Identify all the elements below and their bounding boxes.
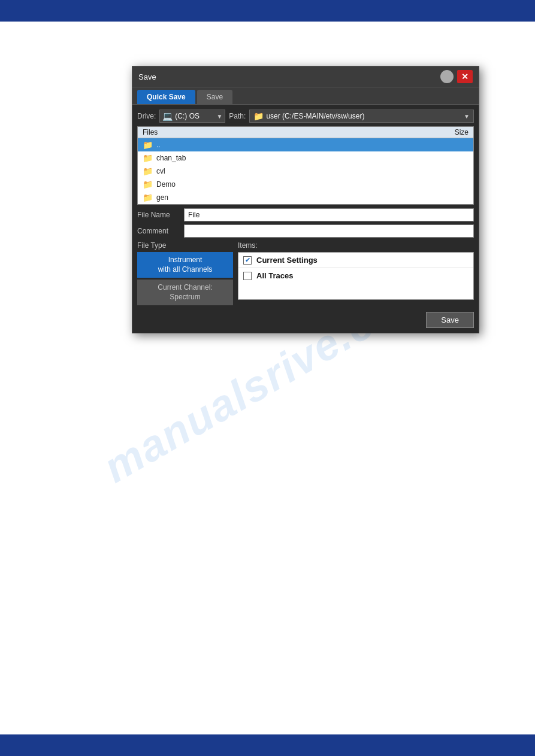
file-name: gen bbox=[156, 193, 168, 202]
path-value: user (C:/ES-MAIN/etv/sw/user) bbox=[266, 112, 364, 120]
comment-row: Comment bbox=[137, 224, 474, 238]
drive-arrow-icon: ▼ bbox=[216, 113, 222, 120]
file-name: chan_tab bbox=[156, 154, 186, 162]
file-name-input[interactable] bbox=[184, 208, 474, 221]
item-current-settings[interactable]: ✔ Current Settings bbox=[238, 253, 473, 268]
item-label-all-traces: All Traces bbox=[256, 271, 293, 280]
file-row[interactable]: 📁 Demo bbox=[138, 178, 473, 191]
titlebar-controls: ✕ bbox=[440, 70, 473, 83]
file-name: cvl bbox=[156, 167, 165, 175]
save-dialog: Save ✕ Quick Save Save Drive: 💻 (C:) OS … bbox=[132, 66, 479, 333]
ft-channel-spectrum-button[interactable]: Current Channel:Spectrum bbox=[137, 280, 233, 305]
dialog-title: Save bbox=[138, 72, 156, 81]
files-panel: Files Size 📁 .. 📁 chan_tab 📁 cvl 📁 bbox=[137, 126, 474, 205]
files-header-label: Files bbox=[143, 128, 158, 136]
folder-icon: 📁 bbox=[143, 180, 153, 189]
path-arrow-icon: ▼ bbox=[464, 113, 470, 120]
bottom-bar bbox=[0, 734, 535, 756]
close-button[interactable]: ✕ bbox=[457, 70, 473, 83]
item-label-current-settings: Current Settings bbox=[256, 256, 318, 265]
save-button[interactable]: Save bbox=[426, 312, 474, 328]
drive-label: Drive: bbox=[137, 112, 156, 120]
file-row[interactable]: 📁 .. bbox=[138, 138, 473, 151]
lower-section: File Type Instrumentwith all Channels Cu… bbox=[137, 241, 474, 307]
files-scroll[interactable]: 📁 .. 📁 chan_tab 📁 cvl 📁 Demo 📁 ge bbox=[138, 138, 473, 204]
file-name-row: File Name bbox=[137, 208, 474, 221]
items-panel: Items: ✔ Current Settings All Traces bbox=[238, 241, 474, 307]
folder-icon: 📁 bbox=[143, 153, 153, 163]
comment-input[interactable] bbox=[184, 224, 474, 238]
path-folder-icon: 📁 bbox=[253, 111, 264, 121]
file-type-label: File Type bbox=[137, 241, 233, 250]
drive-icon: 💻 bbox=[162, 111, 173, 121]
files-header: Files Size bbox=[138, 127, 473, 138]
file-name: .. bbox=[156, 141, 161, 149]
file-name-label: File Name bbox=[137, 211, 184, 219]
top-bar bbox=[0, 0, 535, 22]
checkbox-all-traces[interactable] bbox=[243, 272, 252, 280]
dialog-titlebar: Save ✕ bbox=[132, 66, 479, 87]
drive-path-row: Drive: 💻 (C:) OS ▼ Path: 📁 user (C:/ES-M… bbox=[137, 110, 474, 123]
tab-quick-save[interactable]: Quick Save bbox=[137, 90, 195, 104]
folder-icon: 📁 bbox=[143, 140, 153, 150]
items-label: Items: bbox=[238, 241, 474, 250]
file-name: Demo bbox=[156, 180, 176, 189]
file-type-panel: File Type Instrumentwith all Channels Cu… bbox=[137, 241, 233, 307]
path-display: 📁 user (C:/ES-MAIN/etv/sw/user) ▼ bbox=[249, 110, 474, 123]
dialog-body: Drive: 💻 (C:) OS ▼ Path: 📁 user (C:/ES-M… bbox=[132, 105, 479, 333]
drive-select[interactable]: 💻 (C:) OS ▼ bbox=[159, 110, 225, 123]
folder-icon: 📁 bbox=[143, 193, 153, 202]
items-list: ✔ Current Settings All Traces bbox=[238, 252, 474, 300]
file-row[interactable]: 📁 gen bbox=[138, 191, 473, 204]
folder-icon: 📁 bbox=[143, 166, 153, 176]
window-circle-icon bbox=[440, 70, 454, 83]
ft-instrument-button[interactable]: Instrumentwith all Channels bbox=[137, 252, 233, 278]
checkbox-current-settings[interactable]: ✔ bbox=[243, 256, 252, 265]
files-size-header: Size bbox=[455, 128, 468, 136]
tab-bar: Quick Save Save bbox=[132, 87, 479, 105]
tab-save[interactable]: Save bbox=[197, 90, 232, 104]
file-row[interactable]: 📁 chan_tab bbox=[138, 151, 473, 165]
item-all-traces[interactable]: All Traces bbox=[238, 268, 473, 283]
path-label: Path: bbox=[229, 112, 246, 120]
file-row[interactable]: 📁 cvl bbox=[138, 165, 473, 178]
drive-value: (C:) OS bbox=[175, 112, 200, 120]
comment-label: Comment bbox=[137, 227, 184, 235]
bottom-row: Save bbox=[137, 312, 474, 328]
